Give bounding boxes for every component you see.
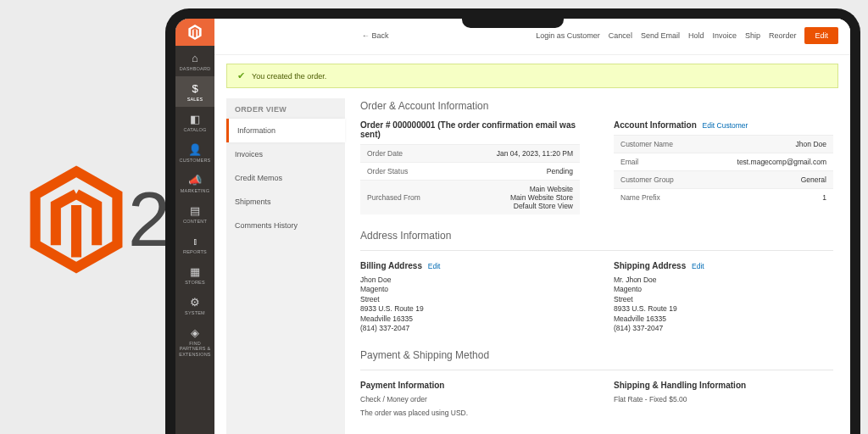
magento-hex-icon (30, 165, 123, 274)
laptop-notch (462, 18, 564, 28)
laptop-frame: ⌂DASHBOARD$SALES◧CATALOG👤CUSTOMERS📣MARKE… (165, 8, 860, 434)
order-view-nav: ORDER VIEW InformationInvoicesCredit Mem… (226, 98, 345, 434)
hold-button[interactable]: Hold (688, 31, 704, 40)
cancel-button[interactable]: Cancel (609, 31, 632, 40)
ordernav-shipments[interactable]: Shipments (226, 190, 345, 214)
ordernav-information[interactable]: Information (226, 119, 345, 142)
shipping-address: Mr. Jhon DoeMagentoStreet8933 U.S. Route… (614, 275, 833, 334)
table-row: Purchased FromMain WebsiteMain Website S… (360, 181, 580, 215)
ship-button[interactable]: Ship (745, 31, 760, 40)
payment-note: The order was placed using USD. (360, 409, 580, 417)
sidebar-item-sales[interactable]: $SALES (175, 76, 214, 107)
success-alert: ✔ You created the order. (226, 64, 838, 88)
address-section-title: Address Information (360, 230, 833, 242)
customers-icon: 👤 (177, 144, 213, 155)
ordernav-credit-memos[interactable]: Credit Memos (226, 166, 345, 190)
sidebar-item-reports[interactable]: ⫾REPORTS (175, 229, 214, 259)
billing-address-heading: Billing Address Edit (360, 261, 580, 270)
payment-method: Check / Money order (360, 395, 580, 403)
payment-info-heading: Payment Information (360, 381, 580, 390)
check-icon: ✔ (237, 70, 245, 81)
order-view-title: ORDER VIEW (226, 98, 345, 119)
main-panel: ← Back Login as Customer Cancel Send Ema… (214, 19, 850, 434)
sidebar-item-customers[interactable]: 👤CUSTOMERS (175, 137, 214, 168)
table-row: Customer GroupGeneral (614, 171, 833, 189)
order-account-section-title: Order & Account Information (360, 100, 833, 112)
admin-screen: ⌂DASHBOARD$SALES◧CATALOG👤CUSTOMERS📣MARKE… (175, 19, 850, 434)
sidebar-item-catalog[interactable]: ◧CATALOG (175, 107, 214, 137)
login-as-customer-button[interactable]: Login as Customer (536, 31, 600, 40)
sidebar-item-dashboard[interactable]: ⌂DASHBOARD (175, 46, 214, 76)
ordernav-invoices[interactable]: Invoices (226, 142, 345, 166)
shipping-info-heading: Shipping & Handling Information (614, 381, 833, 390)
partners-icon: ◈ (177, 327, 213, 338)
dashboard-icon: ⌂ (177, 53, 213, 64)
admin-sidebar: ⌂DASHBOARD$SALES◧CATALOG👤CUSTOMERS📣MARKE… (175, 19, 214, 434)
table-row: Customer NameJhon Doe (614, 136, 833, 153)
edit-shipping-link[interactable]: Edit (692, 262, 704, 270)
promo-digit-two: 2 (128, 181, 170, 258)
stores-icon: ▦ (177, 266, 213, 277)
edit-billing-link[interactable]: Edit (428, 262, 441, 270)
sales-icon: $ (177, 83, 213, 94)
sidebar-item-system[interactable]: ⚙SYSTEM (175, 290, 214, 320)
reorder-button[interactable]: Reorder (769, 31, 797, 40)
send-email-button[interactable]: Send Email (641, 31, 680, 40)
sidebar-item-content[interactable]: ▤CONTENT (175, 198, 214, 229)
catalog-icon: ◧ (177, 114, 213, 125)
shipping-address-heading: Shipping Address Edit (614, 261, 833, 270)
system-icon: ⚙ (177, 297, 213, 308)
table-row: Order StatusPending (360, 163, 580, 181)
invoice-button[interactable]: Invoice (712, 31, 737, 40)
edit-button[interactable]: Edit (804, 27, 838, 44)
table-row: Emailtest.magecomp@gmail.com (614, 153, 833, 171)
sidebar-item-marketing[interactable]: 📣MARKETING (175, 168, 214, 198)
admin-brand-logo[interactable] (175, 19, 214, 46)
edit-customer-link[interactable]: Edit Customer (703, 121, 748, 130)
sidebar-item-find-partners-extensions[interactable]: ◈FIND PARTNERS & EXTENSIONS (175, 320, 214, 361)
account-info-heading: Account Information Edit Customer (614, 120, 833, 130)
table-row: Order DateJan 04, 2023, 11:20 PM (360, 145, 580, 163)
account-info-table: Customer NameJhon DoeEmailtest.magecomp@… (614, 135, 833, 206)
order-heading: Order # 000000001 (The order confirmatio… (360, 120, 580, 139)
billing-address: Jhon DoeMagentoStreet8933 U.S. Route 19M… (360, 275, 580, 334)
payment-shipping-section-title: Payment & Shipping Method (360, 349, 833, 361)
magento2-promo-logo: 2 (30, 165, 170, 274)
marketing-icon: 📣 (177, 175, 213, 186)
order-content: Order & Account Information Order # 0000… (360, 98, 838, 434)
shipping-info-text: Flat Rate - Fixed $5.00 (614, 395, 833, 403)
content-icon: ▤ (177, 205, 213, 216)
reports-icon: ⫾ (177, 236, 213, 247)
ordernav-comments-history[interactable]: Comments History (226, 214, 345, 237)
table-row: Name Prefix1 (614, 189, 833, 207)
alert-text: You created the order. (252, 72, 326, 81)
back-button[interactable]: ← Back (362, 31, 389, 40)
sidebar-item-stores[interactable]: ▦STORES (175, 259, 214, 290)
order-info-table: Order DateJan 04, 2023, 11:20 PMOrder St… (360, 144, 580, 214)
